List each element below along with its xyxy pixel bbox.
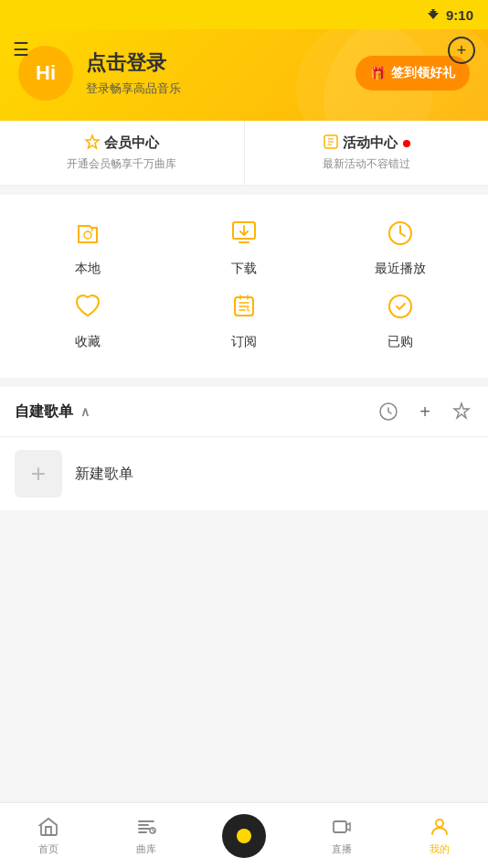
nav-item-mine[interactable]: 我的: [390, 815, 488, 856]
recent-label: 最近播放: [375, 261, 426, 277]
grid-row-1: 本地 下载 最近播放: [9, 213, 479, 277]
collapse-icon[interactable]: ∧: [80, 404, 90, 419]
local-label: 本地: [75, 261, 101, 277]
nav-item-live[interactable]: 直播: [292, 815, 390, 856]
sign-in-label: 签到领好礼: [391, 65, 455, 81]
mine-icon: [428, 815, 451, 839]
svg-marker-13: [454, 403, 469, 418]
header-left: Hi 点击登录 登录畅享高品音乐: [18, 46, 181, 101]
settings-playlist-icon[interactable]: [450, 400, 473, 423]
grid-item-local[interactable]: 本地: [42, 213, 133, 277]
nav-item-home[interactable]: 首页: [0, 815, 98, 856]
feature-row: 会员中心 开通会员畅享千万曲库 活动中心 最新活动不容错过: [0, 121, 488, 186]
library-label: 曲库: [136, 842, 156, 856]
header-banner: Hi 点击登录 登录畅享高品音乐 🎁 签到领好礼: [0, 29, 488, 121]
activity-icon: [323, 134, 339, 153]
favorite-label: 收藏: [75, 334, 101, 350]
home-label: 首页: [38, 842, 58, 856]
grid-section: 本地 下载 最近播放: [0, 195, 488, 378]
new-playlist-item[interactable]: + 新建歌单: [0, 437, 488, 510]
google-icon[interactable]: [377, 400, 400, 423]
new-playlist-label: 新建歌单: [75, 465, 133, 484]
playlist-section: 自建歌单 ∧ + + 新建歌单: [0, 387, 488, 510]
grid-item-favorite[interactable]: 收藏: [42, 286, 133, 350]
grid-item-purchased[interactable]: 已购: [355, 286, 446, 350]
home-icon: [37, 815, 60, 839]
header-text: 点击登录 登录畅享高品音乐: [86, 49, 181, 97]
subscribe-label: 订阅: [231, 334, 257, 350]
menu-button[interactable]: ☰: [13, 38, 29, 60]
wifi-icon: [426, 7, 440, 22]
playlist-header-right: +: [377, 400, 473, 423]
header-subtitle: 登录畅享高品音乐: [86, 80, 181, 97]
member-center-sub: 开通会员畅享千万曲库: [67, 156, 176, 172]
top-add-button[interactable]: +: [448, 37, 475, 64]
grid-item-recent[interactable]: 最近播放: [355, 213, 446, 277]
purchased-label: 已购: [387, 334, 413, 350]
playlist-header: 自建歌单 ∧ +: [0, 387, 488, 437]
bottom-nav: 首页 曲库 直播: [0, 802, 488, 868]
live-icon: [330, 815, 354, 839]
live-label: 直播: [332, 842, 352, 856]
header-title[interactable]: 点击登录: [86, 49, 181, 77]
add-playlist-icon[interactable]: +: [413, 400, 437, 423]
recent-icon: [380, 213, 420, 253]
activity-center-title: 活动中心: [323, 134, 410, 153]
svg-point-11: [389, 295, 411, 317]
play-inner: [237, 829, 251, 843]
member-icon: [84, 134, 101, 153]
time-display: 9:10: [446, 7, 473, 23]
playlist-title: 自建歌单: [15, 402, 73, 422]
activity-center-item[interactable]: 活动中心 最新活动不容错过: [245, 121, 489, 185]
grid-item-subscribe[interactable]: 订阅: [198, 286, 290, 350]
member-center-title: 会员中心: [84, 134, 159, 153]
purchased-icon: [380, 286, 420, 327]
status-bar: 9:10: [0, 0, 488, 29]
favorite-icon: [68, 286, 108, 327]
sign-in-icon: 🎁: [370, 66, 386, 80]
grid-item-download[interactable]: 下载: [198, 213, 290, 277]
local-icon: [68, 213, 108, 253]
play-button[interactable]: [222, 814, 266, 858]
status-bar-right: 9:10: [426, 7, 473, 23]
new-playlist-thumb: +: [15, 450, 62, 498]
activity-center-sub: 最新活动不容错过: [323, 156, 410, 172]
grid-row-2: 收藏 订阅 已购: [9, 286, 479, 350]
svg-rect-15: [334, 821, 346, 832]
activity-badge: [403, 140, 410, 147]
download-icon: [224, 213, 264, 253]
mine-label: 我的: [430, 842, 450, 856]
nav-item-play[interactable]: [196, 814, 293, 858]
playlist-header-left[interactable]: 自建歌单 ∧: [15, 402, 90, 422]
svg-point-16: [436, 820, 443, 827]
library-icon: [134, 815, 158, 839]
subscribe-icon: [224, 286, 264, 327]
member-center-item[interactable]: 会员中心 开通会员畅享千万曲库: [0, 121, 245, 185]
download-label: 下载: [231, 261, 257, 277]
nav-item-library[interactable]: 曲库: [98, 815, 196, 856]
